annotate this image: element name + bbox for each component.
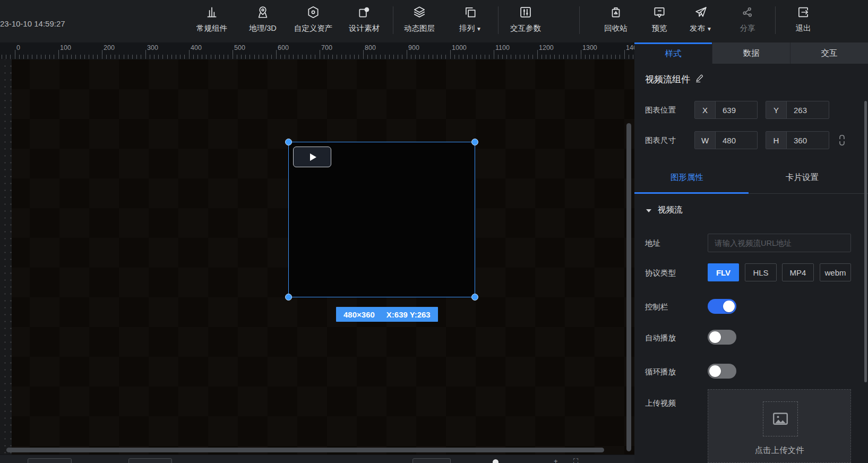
upload-video-label: 上传视频 [645,398,676,408]
toolbar-item-publish[interactable]: 发布▼ [675,4,726,33]
height-field[interactable]: H 360 [766,131,829,149]
sliders-icon [500,4,551,20]
panel-tabs: 样式 数据 交互 [634,42,868,64]
loop-label: 循环播放 [645,367,676,377]
resize-handle-bottom-left[interactable] [285,294,292,301]
toolbar-item-custom-assets[interactable]: 自定义资产 [288,4,339,33]
bottom-bar-control[interactable] [128,458,172,463]
control-bar-label: 控制栏 [645,302,668,312]
upload-hint-text: 点击上传文件 [708,445,850,456]
fullscreen-icon[interactable]: ⛶ [573,457,578,463]
ruler-label: 1000 [452,44,467,52]
bar-chart-icon [186,4,237,20]
publish-icon [675,4,726,20]
bottom-bar: + ⛶ [0,455,634,463]
ruler-label: 700 [321,44,332,52]
protocol-hls-button[interactable]: HLS [745,263,777,281]
status-dot [493,459,499,463]
unlink-ratio-icon[interactable] [838,134,846,149]
protocol-webm-button[interactable]: webm [820,263,851,281]
map-pin-icon [237,4,288,20]
tab-interaction[interactable]: 交互 [790,42,868,64]
ruler-label: 400 [191,44,202,52]
component-title: 视频流组件 [645,73,704,85]
toolbar-item-components[interactable]: 常规组件 [186,4,237,33]
toolbar-item-geo3d[interactable]: 地理/3D [237,4,288,33]
edit-pencil-icon[interactable] [695,73,704,85]
video-stream-section-header[interactable]: 视频流 [646,204,683,216]
hexagon-asset-icon [288,4,339,20]
toolbar-item-interaction-params[interactable]: 交互参数 [500,4,551,33]
collapse-triangle-icon [646,209,651,212]
chevron-down-icon: ▼ [707,26,712,32]
address-label: 地址 [645,238,660,248]
bottom-bar-control[interactable] [28,458,72,463]
ruler-label: 300 [147,44,158,52]
toolbar-item-design-material[interactable]: 设计素材 [339,4,390,33]
toolbar-item-dynamic-layers[interactable]: 动态图层 [394,4,445,33]
layers-icon [394,4,445,20]
design-material-icon [339,4,390,20]
play-button[interactable] [293,147,331,167]
toolbar-item-exit[interactable]: 退出 [778,4,829,33]
canvas-vertical-scrollbar[interactable] [626,123,631,451]
sub-tabs: 图形属性 卡片设置 [634,169,868,194]
toolbar-separator [579,6,580,34]
upload-dropzone[interactable]: 点击上传文件 [708,389,851,463]
x-position-field[interactable]: X 639 [694,101,758,119]
tab-data[interactable]: 数据 [712,42,790,64]
arrange-icon [445,4,496,20]
ruler-label: 200 [104,44,115,52]
protocol-mp4-button[interactable]: MP4 [782,263,814,281]
zoom-in-icon[interactable]: + [554,457,558,463]
control-bar-toggle[interactable] [708,299,736,314]
properties-panel: 样式 数据 交互 视频流组件 图表位置 X 639 Y 263 图表尺寸 W 4… [634,42,868,463]
resize-handle-top-right[interactable] [471,139,478,145]
autoplay-label: 自动播放 [645,333,676,343]
ruler-label: 100 [60,44,71,52]
image-placeholder-icon [763,401,798,436]
canvas[interactable]: 480×360X:639 Y:263 [0,59,634,455]
toolbar-separator [498,6,499,34]
toolbar-item-share[interactable]: 分享 [722,4,773,33]
selection-size-badge: 480×360X:639 Y:263 [336,307,438,322]
tab-style[interactable]: 样式 [634,42,712,64]
y-position-field[interactable]: Y 263 [766,101,829,119]
position-label: 图表位置 [645,105,676,115]
bottom-bar-control[interactable] [412,458,451,463]
ruler-label: 0 [16,44,20,52]
subtab-graphic-properties[interactable]: 图形属性 [671,172,703,183]
autoplay-toggle[interactable] [708,330,736,345]
timestamp: 23-10-10 14:59:27 [0,19,65,28]
toolbar-separator [775,6,776,34]
ruler-label: 900 [408,44,419,52]
ruler-label: 600 [278,44,289,52]
share-icon [722,4,773,20]
top-toolbar: 23-10-10 14:59:27 常规组件 地理/3D 自定义资产 设计素材 … [0,0,868,42]
ruler-label: 1200 [539,44,554,52]
toolbar-item-arrange[interactable]: 排列▼ [445,4,496,33]
resize-handle-top-left[interactable] [285,139,292,145]
resize-handle-bottom-right[interactable] [471,294,478,301]
chevron-down-icon: ▼ [476,26,482,32]
ruler-label: 1300 [582,44,597,52]
dot-grid-strip [0,59,12,455]
ruler-label: 500 [234,44,245,52]
width-field[interactable]: W 480 [694,131,758,149]
subtab-card-settings[interactable]: 卡片设置 [786,172,819,183]
loop-toggle[interactable] [708,364,736,379]
exit-icon [778,4,829,20]
ruler: 0100200300400500600700800900100011001200… [0,42,634,60]
play-icon [310,153,316,161]
toolbar-separator [393,6,393,34]
video-url-input[interactable] [708,234,851,252]
ruler-label: 800 [365,44,376,52]
protocol-flv-button[interactable]: FLV [708,263,739,281]
ruler-label: 1100 [495,44,510,52]
protocol-label: 协议类型 [645,268,676,278]
panel-scrollbar[interactable] [864,101,867,382]
canvas-horizontal-scrollbar[interactable] [6,448,604,452]
selected-video-component[interactable] [288,142,475,297]
active-subtab-underline [634,192,749,194]
size-label: 图表尺寸 [645,135,676,145]
